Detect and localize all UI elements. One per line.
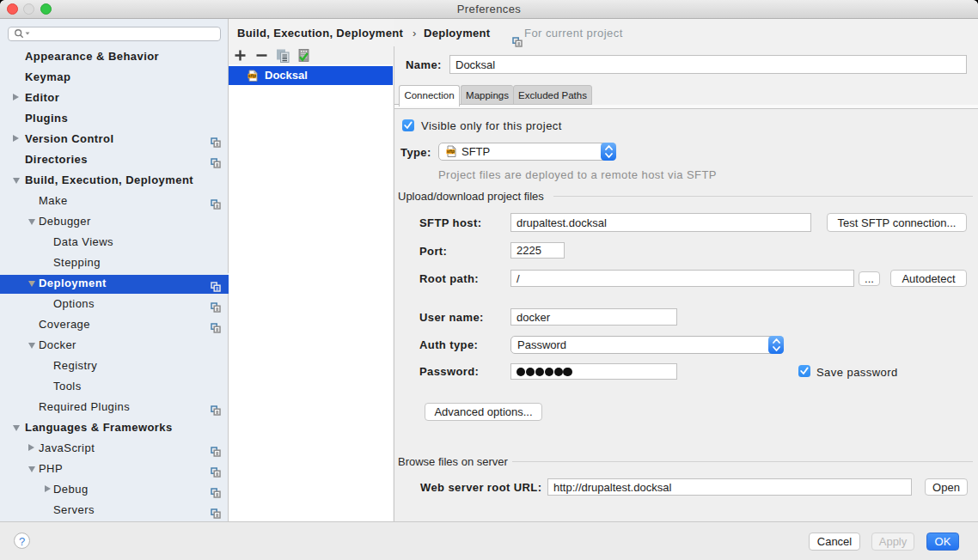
svg-text:sftp: sftp xyxy=(447,149,455,154)
svg-text:sftp: sftp xyxy=(248,73,256,78)
